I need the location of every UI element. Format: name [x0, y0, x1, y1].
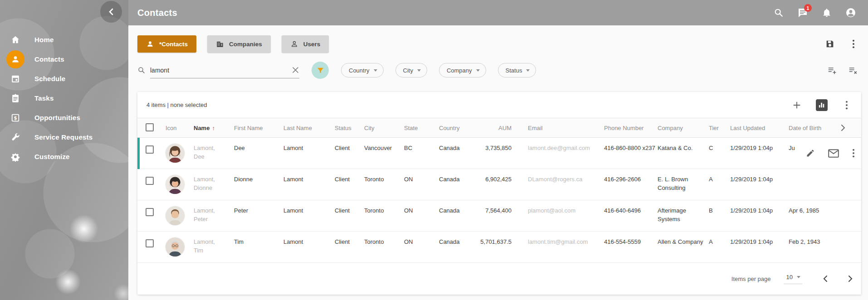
- sidebar-item-service-requests[interactable]: Service Requests: [0, 127, 128, 147]
- row-options-button[interactable]: [852, 148, 855, 158]
- sidebar-item-home[interactable]: Home: [0, 30, 128, 49]
- column-label: Name: [194, 125, 210, 131]
- column-header-email[interactable]: Email: [528, 125, 604, 131]
- building-icon: [216, 40, 224, 48]
- cell-country: Canada: [439, 207, 473, 215]
- pencil-icon: [806, 149, 815, 158]
- global-search-button[interactable]: [773, 7, 784, 18]
- playlist-remove-icon: [848, 67, 857, 74]
- wrench-icon: [6, 128, 24, 146]
- row-checkbox[interactable]: [146, 145, 154, 154]
- selection-summary: 4 items | none selected: [146, 102, 207, 108]
- cell-status: Client: [335, 207, 364, 215]
- previous-page-button[interactable]: [823, 275, 828, 282]
- email-row-button[interactable]: [828, 149, 839, 158]
- search-input[interactable]: [150, 67, 292, 74]
- clipboard-icon: [6, 89, 24, 107]
- column-header-aum[interactable]: AUM: [473, 125, 512, 131]
- page-size-select[interactable]: 10: [784, 274, 802, 284]
- clear-search-icon[interactable]: [292, 67, 299, 73]
- clear-filter-list-button[interactable]: [847, 65, 858, 76]
- tab-contacts[interactable]: *Contacts: [137, 35, 196, 53]
- cell-status: Client: [335, 175, 364, 184]
- table-row[interactable]: Lamont, Peter Peter Lamont Client Toront…: [137, 200, 861, 232]
- vertical-dots-icon: [845, 100, 848, 110]
- plus-icon: [792, 100, 802, 110]
- table-options-button[interactable]: [841, 100, 852, 111]
- calendar-icon: [6, 70, 24, 88]
- table-row[interactable]: Lamont, Tim Tim Lamont Client Toronto ON…: [137, 232, 861, 263]
- main-area: Contacts 1: [128, 0, 868, 300]
- row-checkbox[interactable]: [146, 239, 154, 247]
- column-header-tier[interactable]: Tier: [709, 125, 730, 131]
- tab-companies[interactable]: Companies: [207, 35, 271, 53]
- column-header-last-updated[interactable]: Last Updated: [730, 125, 789, 131]
- filter-button[interactable]: [312, 62, 329, 79]
- notifications-button[interactable]: [821, 7, 832, 18]
- sidebar-item-customize[interactable]: Customize: [0, 147, 128, 166]
- next-page-button[interactable]: [848, 275, 853, 282]
- account-icon: [845, 7, 856, 19]
- column-header-first-name[interactable]: First Name: [234, 125, 283, 131]
- row-checkbox[interactable]: [146, 208, 154, 216]
- chevron-right-icon: [848, 275, 853, 282]
- gear-icon: [6, 148, 24, 166]
- column-header-icon[interactable]: Icon: [166, 125, 194, 131]
- save-view-button[interactable]: [824, 39, 835, 49]
- cell-tier: C: [709, 144, 730, 153]
- edit-row-button[interactable]: [806, 149, 815, 158]
- entity-tabs: *Contacts Companies Users: [137, 35, 859, 53]
- chevron-down-icon: [797, 276, 800, 278]
- filter-chip-country[interactable]: Country: [341, 63, 384, 77]
- filter-chip-city[interactable]: City: [395, 63, 427, 77]
- cell-city: Toronto: [364, 207, 404, 215]
- sidebar-item-opportunities[interactable]: $ Opportunities: [0, 108, 128, 127]
- items-per-page-label: Items per page: [731, 276, 771, 282]
- cell-email: lamont.tim@gmail.com: [528, 238, 604, 247]
- scroll-columns-right-button[interactable]: [834, 125, 852, 131]
- column-header-dob[interactable]: Date of Birth: [789, 125, 834, 131]
- sidebar-item-schedule[interactable]: Schedule: [0, 69, 128, 88]
- column-header-name[interactable]: Name ↑: [194, 125, 234, 131]
- playlist-add-icon: [828, 67, 836, 74]
- column-header-company[interactable]: Company: [658, 125, 709, 131]
- cell-first-name: Peter: [234, 207, 283, 215]
- column-header-last-name[interactable]: Last Name: [283, 125, 335, 131]
- table-row[interactable]: Lamont, Dionne Dionne Lamont Client Toro…: [137, 169, 861, 200]
- filter-chip-status[interactable]: Status: [498, 63, 536, 77]
- sidebar-collapse-button[interactable]: [100, 1, 122, 23]
- sidebar-item-label: Opportunities: [34, 114, 80, 121]
- cell-last-name: Lamont: [283, 238, 335, 247]
- column-header-state[interactable]: State: [404, 125, 439, 131]
- column-header-phone[interactable]: Phone Number: [604, 125, 658, 131]
- filter-chip-company[interactable]: Company: [439, 63, 486, 77]
- add-contact-button[interactable]: [791, 100, 802, 111]
- cell-city: Vancouver: [364, 144, 404, 153]
- table-header: Icon Name ↑ First Name Last Name Status …: [137, 118, 861, 138]
- cell-company: Allen & Company: [658, 238, 709, 247]
- page-size-value: 10: [786, 274, 793, 281]
- sidebar-item-tasks[interactable]: Tasks: [0, 88, 128, 108]
- contact-display-name: Peter: [194, 215, 234, 224]
- sidebar: Home Contacts Schedule Tasks: [0, 0, 128, 300]
- table-row[interactable]: Lamont, Dee Dee Lamont Client Vancouver …: [137, 138, 861, 169]
- column-header-status[interactable]: Status: [335, 125, 364, 131]
- tab-users[interactable]: Users: [282, 35, 329, 53]
- chevron-down-icon: [476, 69, 480, 72]
- more-options-button[interactable]: [848, 39, 859, 49]
- column-header-city[interactable]: City: [364, 125, 404, 131]
- sidebar-item-contacts[interactable]: Contacts: [0, 49, 128, 69]
- cell-last-updated: 1/29/2019 1:04p: [730, 207, 789, 215]
- chart-view-button[interactable]: [816, 99, 828, 111]
- row-checkbox[interactable]: [146, 177, 154, 185]
- add-filter-list-button[interactable]: [826, 65, 837, 76]
- column-header-country[interactable]: Country: [439, 125, 473, 131]
- cell-phone: 416-640-6496: [604, 207, 658, 215]
- account-button[interactable]: [845, 7, 856, 18]
- select-all-checkbox[interactable]: [146, 123, 154, 131]
- cell-last-name: Lamont: [283, 144, 335, 153]
- cell-state: ON: [404, 175, 439, 184]
- search-icon: [137, 66, 146, 74]
- contacts-panel: 4 items | none selected Icon: [137, 92, 861, 295]
- messages-button[interactable]: 1: [797, 7, 808, 18]
